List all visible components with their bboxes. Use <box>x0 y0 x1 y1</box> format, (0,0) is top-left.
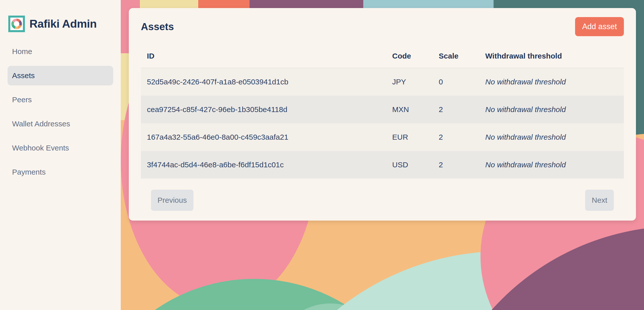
cell-scale: 2 <box>433 123 479 151</box>
next-button[interactable]: Next <box>585 190 614 211</box>
assets-table: ID Code Scale Withdrawal threshold 52d5a… <box>141 43 624 179</box>
cell-withdrawal-threshold: No withdrawal threshold <box>479 123 624 151</box>
sidebar-item-wallet-addresses[interactable]: Wallet Addresses <box>8 114 113 134</box>
page-title: Assets <box>141 21 174 32</box>
logo-ring-icon <box>11 19 22 29</box>
column-header-code: Code <box>386 43 433 68</box>
table-row[interactable]: cea97254-c85f-427c-96eb-1b305be4118d MXN… <box>141 96 624 123</box>
cell-code: MXN <box>386 96 433 123</box>
sidebar-nav: Home Assets Peers Wallet Addresses Webho… <box>0 42 121 182</box>
cell-scale: 2 <box>433 96 479 123</box>
brand-title: Rafiki Admin <box>29 17 97 30</box>
add-asset-button[interactable]: Add asset <box>575 17 624 36</box>
cell-id: cea97254-c85f-427c-96eb-1b305be4118d <box>141 96 386 123</box>
cell-code: USD <box>386 151 433 179</box>
cell-scale: 0 <box>433 68 479 96</box>
cell-withdrawal-threshold: No withdrawal threshold <box>479 68 624 96</box>
cell-code: EUR <box>386 123 433 151</box>
brand: Rafiki Admin <box>8 16 121 32</box>
cell-id: 167a4a32-55a6-46e0-8a00-c459c3aafa21 <box>141 123 386 151</box>
pagination: Previous Next <box>151 190 614 211</box>
screen: Rafiki Admin Home Assets Peers Wallet Ad… <box>0 0 644 310</box>
cell-id: 3f4744ac-d5d4-46e8-a6be-f6df15d1c01c <box>141 151 386 179</box>
cell-withdrawal-threshold: No withdrawal threshold <box>479 96 624 123</box>
table-row[interactable]: 167a4a32-55a6-46e0-8a00-c459c3aafa21 EUR… <box>141 123 624 151</box>
cell-id: 52d5a49c-2426-407f-a1a8-e0503941d1cb <box>141 68 386 96</box>
column-header-id: ID <box>141 43 386 68</box>
cell-scale: 2 <box>433 151 479 179</box>
table-header-row: ID Code Scale Withdrawal threshold <box>141 43 624 68</box>
table-row[interactable]: 3f4744ac-d5d4-46e8-a6be-f6df15d1c01c USD… <box>141 151 624 179</box>
sidebar-item-home[interactable]: Home <box>8 42 113 61</box>
column-header-withdrawal-threshold: Withdrawal threshold <box>479 43 624 68</box>
card-header: Assets Add asset <box>141 17 624 36</box>
assets-card: Assets Add asset ID Code Scale Withdrawa… <box>129 8 636 221</box>
sidebar-item-assets[interactable]: Assets <box>8 66 113 85</box>
rafiki-logo-icon <box>8 16 25 32</box>
table-row[interactable]: 52d5a49c-2426-407f-a1a8-e0503941d1cb JPY… <box>141 68 624 96</box>
cell-withdrawal-threshold: No withdrawal threshold <box>479 151 624 179</box>
column-header-scale: Scale <box>433 43 479 68</box>
cell-code: JPY <box>386 68 433 96</box>
sidebar: Rafiki Admin Home Assets Peers Wallet Ad… <box>0 0 121 310</box>
sidebar-item-peers[interactable]: Peers <box>8 90 113 110</box>
sidebar-item-webhook-events[interactable]: Webhook Events <box>8 138 113 158</box>
sidebar-item-payments[interactable]: Payments <box>8 162 113 182</box>
previous-button[interactable]: Previous <box>151 190 193 211</box>
